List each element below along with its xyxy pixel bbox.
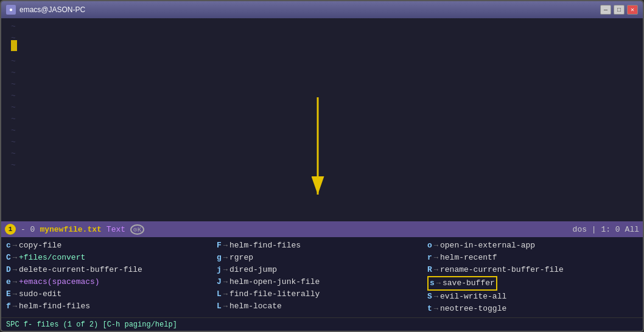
menu-col3: o → open-in-external-app r → helm-recent… — [427, 240, 638, 315]
cmd-helm-find-files-F: helm-find-files — [229, 240, 301, 252]
save-buffer-highlight: s → save-buffer — [427, 276, 497, 291]
status-all: All — [625, 225, 639, 234]
menu-item-R[interactable]: R → rename-current-buffer-file — [427, 264, 638, 276]
cmd-copy-file: copy-file — [19, 240, 61, 252]
menu-item-r[interactable]: r → helm-recentf — [427, 252, 638, 264]
tilde-line: ~ — [11, 32, 643, 44]
tilde-line: ~ — [11, 67, 643, 78]
key-f: f — [6, 300, 11, 313]
status-filename: mynewfile.txt — [40, 225, 101, 234]
key-s: s — [430, 277, 435, 289]
tilde-line: ~ — [11, 21, 643, 32]
cmd-open-external: open-in-external-app — [440, 240, 535, 252]
key-g: g — [217, 252, 222, 264]
close-button[interactable]: ✕ — [627, 5, 638, 15]
menu-item-t[interactable]: t → neotree-toggle — [427, 303, 638, 315]
tilde-line: ~ — [11, 44, 643, 55]
editor-area[interactable]: ~ ~ ~ ~ ~ ~ ~ ~ ~ ~ ~ ~ ~ ~ ~ ~ — [1, 18, 643, 221]
menu-item-F[interactable]: F → helm-find-files — [217, 240, 427, 252]
arrow: → — [223, 240, 228, 252]
tilde-line: ~ — [11, 78, 643, 90]
menu-item-E[interactable]: E → sudo-edit — [6, 288, 217, 300]
key-L-upper: L — [217, 288, 222, 300]
key-D: D — [6, 264, 11, 276]
menu-item-f[interactable]: f → helm-find-files — [6, 300, 217, 313]
cmd-delete-buffer: delete-current-buffer-file — [19, 264, 142, 276]
cmd-neotree-toggle: neotree-toggle — [440, 303, 506, 315]
cmd-helm-locate: helm-locate — [229, 300, 282, 313]
status-position: dos | 1: 0 — [573, 225, 620, 234]
key-e: e — [6, 276, 11, 288]
title-bar: ● emacs@JASON-PC — □ ✕ — [1, 1, 643, 18]
menu-item-S[interactable]: S → evil-write-all — [427, 291, 638, 303]
key-R: R — [427, 264, 432, 276]
cmd-save-buffer: save-buffer — [443, 277, 495, 289]
key-L-lower: L — [217, 300, 222, 313]
key-S: S — [427, 291, 432, 303]
cmd-helm-find-files-f: helm-find-files — [19, 300, 90, 313]
arrow: → — [13, 300, 17, 313]
cmd-files-convert: +files/convert — [19, 252, 85, 264]
window-controls: — □ ✕ — [600, 5, 638, 15]
key-o: o — [427, 240, 432, 252]
status-right: dos | 1: 0 All — [573, 225, 639, 234]
key-E: E — [6, 288, 11, 300]
editor-content: ~ ~ ~ ~ ~ ~ ~ ~ ~ ~ ~ ~ ~ ~ ~ ~ — [1, 18, 643, 174]
cmd-rename-buffer: rename-current-buffer-file — [440, 264, 564, 276]
menu-col1: c → copy-file C → +files/convert D → del… — [6, 240, 217, 315]
arrow: → — [434, 264, 438, 276]
status-number: 1 — [5, 224, 16, 235]
menu-panel: c → copy-file C → +files/convert D → del… — [1, 237, 643, 317]
tilde-line: ~ — [11, 148, 643, 159]
menu-item-e[interactable]: e → +emacs(spacemacs) — [6, 276, 217, 288]
bottom-bar: SPC f- files (1 of 2) [C-h paging/help] — [1, 317, 643, 331]
arrow: → — [13, 252, 17, 264]
menu-item-L-lower[interactable]: L → helm-locate — [217, 300, 427, 313]
cmd-dired-jump: dired-jump — [229, 264, 277, 276]
cmd-find-file-literally: find-file-literally — [229, 288, 320, 300]
tilde-line: ~ — [11, 171, 643, 174]
menu-item-o[interactable]: o → open-in-external-app — [427, 240, 638, 252]
status-dash: - 0 — [21, 225, 35, 234]
arrow: → — [434, 303, 438, 315]
arrow: → — [13, 288, 17, 300]
menu-item-D[interactable]: D → delete-current-buffer-file — [6, 264, 217, 276]
arrow: → — [434, 240, 438, 252]
menu-item-L-upper[interactable]: L → find-file-literally — [217, 288, 427, 300]
bottom-status: SPC f- files (1 of 2) [C-h paging/help] — [6, 320, 177, 329]
menu-item-C[interactable]: C → +files/convert — [6, 252, 217, 264]
app-icon: ● — [6, 5, 16, 15]
cmd-emacs: +emacs(spacemacs) — [19, 276, 100, 288]
arrow: → — [13, 276, 17, 288]
tilde-line: ~ — [11, 102, 643, 113]
cmd-helm-recentf: helm-recentf — [440, 252, 497, 264]
cmd-sudo-edit: sudo-edit — [19, 288, 61, 300]
cursor — [11, 40, 17, 51]
arrow: → — [434, 291, 438, 303]
tilde-line: ~ — [11, 125, 643, 136]
menu-item-c[interactable]: c → copy-file — [6, 240, 217, 252]
menu-item-g[interactable]: g → rgrep — [217, 252, 427, 264]
minimize-button[interactable]: — — [600, 5, 611, 15]
tilde-line: ~ — [11, 136, 643, 148]
arrow: → — [223, 300, 228, 313]
menu-item-s[interactable]: s → save-buffer — [427, 276, 638, 291]
key-j: j — [217, 264, 222, 276]
status-bar: 1 - 0 mynewfile.txt Text ⊙K dos | 1: 0 A… — [1, 221, 643, 237]
key-t: t — [427, 303, 432, 315]
arrow: → — [223, 276, 228, 288]
status-mode: Text — [107, 225, 125, 234]
key-c: c — [6, 240, 11, 252]
tilde-line: ~ — [11, 113, 643, 125]
cmd-evil-write-all: evil-write-all — [440, 291, 506, 303]
menu-item-J[interactable]: J → helm-open-junk-file — [217, 276, 427, 288]
key-C: C — [6, 252, 11, 264]
main-window: ● emacs@JASON-PC — □ ✕ ~ ~ ~ ~ ~ ~ ~ ~ ~… — [0, 0, 644, 332]
maximize-button[interactable]: □ — [614, 5, 625, 15]
tilde-line: ~ — [11, 90, 643, 102]
status-yk: ⊙K — [130, 224, 144, 235]
menu-item-j[interactable]: j → dired-jump — [217, 264, 427, 276]
arrow: → — [434, 252, 438, 264]
key-r: r — [427, 252, 432, 264]
window-title: emacs@JASON-PC — [19, 5, 85, 14]
